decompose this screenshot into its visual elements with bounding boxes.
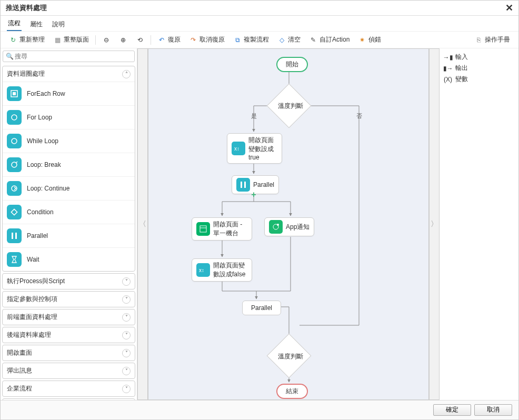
fit-icon: ⟲ bbox=[136, 36, 144, 44]
toolbar: ↻ 重新整理 ▦ 重整版面 ⊖ ⊕ ⟲ ↶ 復原 ↷ 取消復原 ⧉ 複製流程 ◇… bbox=[1, 32, 518, 48]
category-header[interactable]: 郵件及通知˅ bbox=[3, 399, 135, 400]
palette-item-label: For Loop bbox=[27, 114, 52, 121]
palette-item-break[interactable]: Loop: Break bbox=[3, 153, 135, 177]
copy-flow-button[interactable]: ⧉ 複製流程 bbox=[230, 34, 272, 46]
parallel-icon bbox=[7, 228, 22, 243]
edge-yes-label: 是 bbox=[251, 112, 257, 120]
clear-label: 清空 bbox=[288, 35, 301, 44]
palette-item-while[interactable]: While Loop bbox=[3, 129, 135, 153]
custom-action-button[interactable]: ✎ 自訂Action bbox=[306, 34, 353, 46]
category-header[interactable]: 後端資料庫處理˅ bbox=[3, 327, 135, 343]
palette-item-wait[interactable]: Wait bbox=[3, 248, 135, 271]
palette-item-label: Loop: Continue bbox=[27, 185, 69, 192]
fit-button[interactable]: ⟲ bbox=[133, 34, 147, 46]
category-header[interactable]: 資料迴圈處理 ˄ bbox=[3, 66, 135, 82]
right-output[interactable]: ▮→ 輸出 bbox=[444, 63, 514, 74]
category-header[interactable]: 前端畫面資料處理˅ bbox=[3, 309, 135, 325]
while-icon bbox=[7, 134, 22, 148]
category-collapsed-6: 企業流程˅ bbox=[2, 381, 135, 397]
separator bbox=[151, 35, 151, 45]
svg-point-3 bbox=[12, 138, 17, 144]
dialog: 推送資料處理 ✕ 流程 屬性 說明 ↻ 重新整理 ▦ 重整版面 ⊖ ⊕ ⟲ ↶ … bbox=[0, 0, 519, 420]
zoom-in-icon: ⊕ bbox=[119, 36, 127, 44]
footer: 確定 取消 bbox=[1, 400, 518, 419]
refresh-label: 重新整理 bbox=[19, 35, 45, 44]
palette-item-label: ForEach Row bbox=[27, 90, 65, 97]
search-input[interactable] bbox=[3, 51, 135, 62]
manual-button[interactable]: ⎘ 操作手冊 bbox=[471, 34, 513, 46]
undo-label: 復原 bbox=[168, 35, 181, 44]
right-input[interactable]: →▮ 輸入 bbox=[444, 52, 514, 63]
refresh-button[interactable]: ↻ 重新整理 bbox=[6, 34, 48, 46]
panel-collapse-left[interactable]: 〈 bbox=[137, 48, 148, 400]
left-panel: 🔍 資料迴圈處理 ˄ ForEach RowFor LoopWhile Loop… bbox=[1, 48, 137, 400]
ok-button[interactable]: 確定 bbox=[433, 404, 471, 416]
manual-label: 操作手冊 bbox=[485, 35, 510, 44]
category-header[interactable]: 企業流程˅ bbox=[3, 381, 135, 396]
category-header[interactable]: 執行Process與Script˅ bbox=[3, 274, 135, 289]
zoom-in-button[interactable]: ⊕ bbox=[116, 34, 131, 46]
redo-button[interactable]: ↷ 取消復原 bbox=[186, 34, 228, 46]
category-collapsed-4: 開啟畫面˅ bbox=[2, 345, 135, 361]
flow-start-node[interactable]: 開始 bbox=[276, 57, 308, 72]
tab-description[interactable]: 說明 bbox=[51, 18, 66, 31]
reset-layout-button[interactable]: ▦ 重整版面 bbox=[50, 34, 92, 46]
category-title: 前端畫面資料處理 bbox=[7, 313, 57, 322]
clear-button[interactable]: ◇ 清空 bbox=[274, 34, 304, 46]
node-label: App通知 bbox=[286, 223, 310, 232]
layout-icon: ▦ bbox=[53, 36, 62, 44]
continue-icon bbox=[7, 181, 22, 196]
undo-button[interactable]: ↶ 復原 bbox=[154, 34, 184, 46]
category-header[interactable]: 指定參數與控制項˅ bbox=[3, 292, 135, 307]
svg-rect-7 bbox=[11, 209, 17, 215]
tab-row: 流程 屬性 說明 bbox=[1, 16, 518, 32]
palette-item-continue[interactable]: Loop: Continue bbox=[3, 177, 135, 201]
category-title: 資料迴圈處理 bbox=[7, 69, 45, 78]
category-title: 後端資料庫處理 bbox=[7, 331, 51, 339]
tab-attributes[interactable]: 屬性 bbox=[29, 18, 44, 31]
svg-rect-9 bbox=[15, 233, 17, 239]
palette-item-parallel[interactable]: Parallel bbox=[3, 224, 135, 248]
svg-rect-8 bbox=[12, 233, 13, 239]
zoom-out-button[interactable]: ⊖ bbox=[99, 34, 114, 46]
category-title: 彈出訊息 bbox=[7, 366, 32, 375]
variable-icon: x↕ bbox=[196, 263, 210, 277]
panel-collapse-right[interactable]: 〉 bbox=[429, 48, 440, 400]
break-icon bbox=[7, 157, 22, 172]
right-variables[interactable]: (X) 變數 bbox=[444, 74, 514, 85]
debug-button[interactable]: ✷ 偵錯 bbox=[355, 34, 384, 46]
add-branch-icon[interactable]: + bbox=[250, 191, 257, 198]
zoom-out-icon: ⊖ bbox=[102, 36, 111, 44]
flow-end-node[interactable]: 結束 bbox=[276, 384, 308, 399]
category-header[interactable]: 開啟畫面˅ bbox=[3, 345, 135, 361]
flow-node-set-true[interactable]: x↕ 開啟頁面變數設成true bbox=[227, 133, 282, 164]
input-icon: →▮ bbox=[444, 53, 452, 62]
palette-item-foreach[interactable]: ForEach Row bbox=[3, 82, 135, 106]
flow-node-open-page[interactable]: 開啟頁面 - 單一機台 bbox=[192, 217, 252, 241]
flow-node-app-notify[interactable]: App通知 bbox=[264, 217, 314, 236]
category-list[interactable]: 資料迴圈處理 ˄ ForEach RowFor LoopWhile LoopLo… bbox=[1, 64, 137, 400]
tab-flow[interactable]: 流程 bbox=[7, 17, 22, 31]
right-variables-label: 變數 bbox=[455, 75, 468, 84]
cancel-button[interactable]: 取消 bbox=[474, 404, 512, 416]
page-icon bbox=[196, 222, 210, 236]
category-header[interactable]: 彈出訊息˅ bbox=[3, 363, 135, 378]
palette-item-forloop[interactable]: For Loop bbox=[3, 106, 135, 129]
close-icon[interactable]: ✕ bbox=[505, 2, 513, 14]
svg-text:x↕: x↕ bbox=[234, 146, 239, 152]
refresh-icon: ↻ bbox=[9, 36, 17, 44]
chevron-down-icon: ˅ bbox=[122, 331, 131, 339]
svg-rect-1 bbox=[13, 92, 16, 95]
flow-node-set-false[interactable]: x↕ 開啟頁面變數設成false bbox=[192, 258, 252, 282]
clear-icon: ◇ bbox=[277, 36, 286, 44]
chevron-down-icon: ˅ bbox=[122, 385, 131, 393]
copy-icon: ⧉ bbox=[233, 36, 242, 44]
category-title: 開啟畫面 bbox=[7, 348, 32, 357]
chevron-down-icon: ˅ bbox=[122, 349, 131, 357]
palette-item-condition[interactable]: Condition bbox=[3, 201, 135, 224]
flow-canvas[interactable]: 開始 溫度判斷 是 否 x↕ 開啟頁面變數設成true Parallel bbox=[148, 48, 429, 400]
svg-rect-32 bbox=[244, 182, 246, 188]
flow-parallel-merge[interactable]: Parallel bbox=[242, 301, 281, 315]
undo-icon: ↶ bbox=[157, 36, 166, 44]
dialog-title: 推送資料處理 bbox=[6, 3, 47, 13]
